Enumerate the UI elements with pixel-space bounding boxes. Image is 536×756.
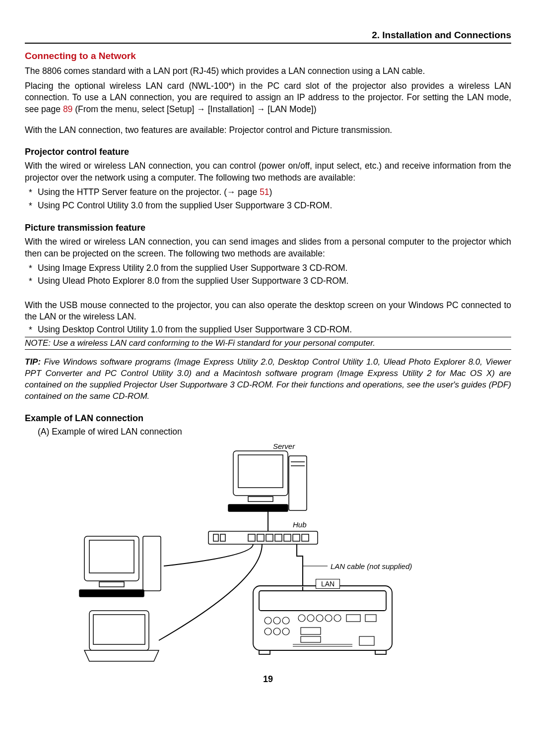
picture-list: Using Image Express Utility 2.0 from the… [25, 261, 511, 288]
svg-rect-6 [228, 504, 288, 511]
svg-rect-40 [301, 628, 321, 634]
svg-rect-23 [93, 615, 145, 644]
picture-text: With the wired or wireless LAN connectio… [25, 236, 511, 259]
projector-text: With the wired or wireless LAN connectio… [25, 160, 511, 184]
svg-rect-16 [302, 534, 309, 541]
svg-rect-1 [238, 455, 283, 488]
note-text: NOTE: Use a wireless LAN card conforming… [25, 338, 511, 348]
svg-point-31 [307, 615, 314, 622]
section-header: 2. Installation and Connections [25, 30, 511, 44]
svg-rect-13 [275, 534, 282, 541]
picture-bullet-2: Using Ulead Photo Explorer 8.0 from the … [38, 274, 511, 287]
svg-rect-9 [220, 534, 225, 541]
divider-bottom [25, 349, 511, 350]
example-heading: Example of LAN connection [25, 413, 511, 424]
svg-point-38 [273, 628, 280, 635]
intro-p1a: The 8806 comes standard with a LAN port … [25, 65, 511, 77]
tip-label: TIP: [25, 357, 41, 367]
svg-point-27 [265, 617, 271, 624]
svg-rect-19 [99, 582, 124, 587]
svg-rect-41 [301, 636, 321, 642]
lan-diagram: Server Hub LAN cable (not supplied) LAN [25, 442, 511, 665]
page-link-89[interactable]: 89 [63, 104, 72, 114]
svg-rect-36 [365, 615, 376, 622]
projector-b1a: Using the HTTP Server feature on the pro… [38, 187, 260, 197]
intro-block: The 8806 comes standard with a LAN port … [25, 65, 511, 136]
svg-rect-2 [248, 497, 273, 502]
svg-rect-35 [346, 615, 360, 622]
svg-point-33 [325, 615, 332, 622]
svg-point-30 [298, 615, 305, 622]
page-link-51[interactable]: 51 [260, 187, 269, 197]
example-sub: (A) Example of wired LAN connection [25, 427, 511, 437]
svg-rect-26 [259, 591, 386, 611]
svg-rect-46 [375, 650, 386, 654]
projector-b1b: ) [269, 187, 272, 197]
svg-rect-42 [359, 636, 374, 645]
svg-rect-45 [259, 650, 270, 654]
svg-rect-20 [143, 536, 161, 591]
svg-point-34 [334, 615, 341, 622]
svg-rect-12 [266, 534, 273, 541]
diagram-label-lan-cable: LAN cable (not supplied) [331, 562, 412, 570]
diagram-label-hub: Hub [293, 520, 307, 529]
svg-point-32 [316, 615, 323, 622]
usb-bullet-1: Using Desktop Control Utility 1.0 from t… [38, 323, 511, 336]
page-number: 19 [25, 674, 511, 685]
tip-text: Five Windows software programs (Image Ex… [25, 357, 511, 401]
projector-bullet-2: Using PC Control Utility 3.0 from the su… [38, 199, 511, 212]
usb-text: With the USB mouse connected to the proj… [25, 300, 511, 323]
tip-block: TIP: Five Windows software programs (Ima… [25, 357, 511, 402]
usb-list: Using Desktop Control Utility 1.0 from t… [25, 323, 511, 336]
projector-list: Using the HTTP Server feature on the pro… [25, 186, 511, 212]
projector-heading: Projector control feature [25, 147, 511, 157]
intro-p1b: Placing the optional wireless LAN card (… [25, 80, 511, 116]
svg-point-29 [282, 617, 289, 624]
projector-bullet-1: Using the HTTP Server feature on the pro… [38, 186, 511, 198]
svg-point-39 [282, 628, 289, 635]
section-title: Connecting to a Network [25, 51, 511, 62]
svg-rect-14 [284, 534, 291, 541]
diagram-label-server: Server [273, 442, 295, 450]
picture-bullet-1: Using Image Express Utility 2.0 from the… [38, 261, 511, 274]
intro-p1c: (From the menu, select [Setup] → [Instal… [72, 104, 316, 114]
svg-rect-11 [257, 534, 264, 541]
svg-point-37 [265, 628, 271, 635]
svg-rect-3 [289, 456, 307, 510]
diagram-svg [25, 442, 511, 665]
diagram-label-lan: LAN [316, 579, 340, 589]
svg-point-28 [273, 617, 280, 624]
picture-heading: Picture transmission feature [25, 223, 511, 233]
intro-p2: With the LAN connection, two features ar… [25, 125, 511, 136]
divider-top [25, 337, 511, 337]
svg-rect-15 [293, 534, 300, 541]
svg-rect-21 [79, 590, 144, 597]
svg-rect-8 [213, 534, 218, 541]
svg-rect-10 [248, 534, 255, 541]
svg-rect-18 [89, 540, 134, 573]
